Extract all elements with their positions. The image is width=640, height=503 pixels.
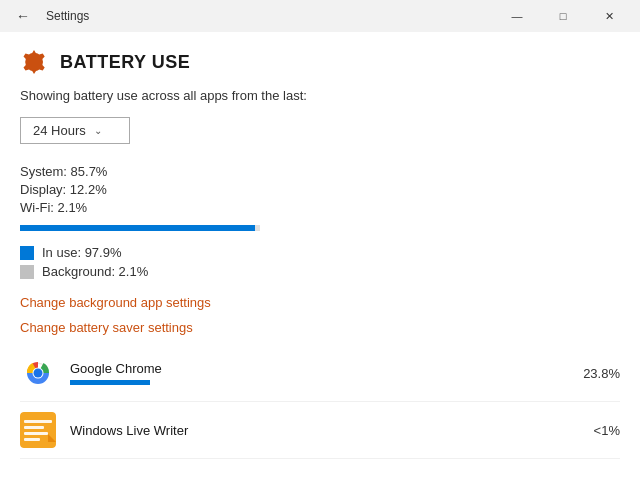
svg-rect-7 [24,432,48,435]
page-header: BATTERY USE [0,32,640,88]
battery-section: Showing battery use across all apps from… [0,88,640,335]
display-stat: Display: 12.2% [20,182,620,197]
background-label: Background: 2.1% [42,264,148,279]
change-background-apps-link[interactable]: Change background app settings [20,295,211,310]
main-panel: BATTERY USE Showing battery use across a… [0,32,640,503]
minimize-button[interactable]: — [494,0,540,32]
links-section: Change background app settings Change ba… [20,295,620,335]
svg-rect-5 [24,420,52,423]
progress-bar-fill [20,225,255,231]
list-item: Google Chrome 23.8% [20,345,620,402]
wlw-icon [20,412,56,448]
stats-block: System: 85.7% Display: 12.2% Wi-Fi: 2.1% [20,164,620,215]
wifi-stat: Wi-Fi: 2.1% [20,200,620,215]
app-info-chrome: Google Chrome [70,361,556,385]
change-battery-saver-link[interactable]: Change battery saver settings [20,320,193,335]
svg-rect-8 [24,438,40,441]
app-usage-percent: 23.8% [570,366,620,381]
app-icon-chrome [20,355,56,391]
maximize-button[interactable]: □ [540,0,586,32]
app-usage-bar [70,380,150,385]
title-bar-left: ← Settings [8,1,89,31]
page-title: BATTERY USE [60,52,190,73]
app-usage-percent: <1% [570,423,620,438]
app-info-wlw: Windows Live Writer [70,423,556,438]
background-row: Background: 2.1% [20,264,620,279]
svg-rect-6 [24,426,44,429]
back-button[interactable]: ← [8,1,38,31]
time-range-dropdown[interactable]: 24 Hours ⌄ [20,117,130,144]
title-bar-controls: — □ ✕ [494,0,632,32]
app-icon-wlw [20,412,56,448]
app-name: Google Chrome [70,361,556,376]
close-button[interactable]: ✕ [586,0,632,32]
content-area: BATTERY USE Showing battery use across a… [0,32,640,503]
in-use-label: In use: 97.9% [42,245,122,260]
app-name: Windows Live Writer [70,423,556,438]
showing-text: Showing battery use across all apps from… [20,88,620,103]
in-use-row: In use: 97.9% [20,245,620,260]
system-stat: System: 85.7% [20,164,620,179]
dropdown-value: 24 Hours [33,123,86,138]
window: ← Settings — □ ✕ BATTERY USE Showing bat… [0,0,640,503]
chevron-down-icon: ⌄ [94,125,102,136]
background-indicator [20,265,34,279]
total-progress-bar [20,225,260,231]
svg-rect-4 [20,412,56,448]
app-list: Google Chrome 23.8% [0,345,640,459]
title-bar: ← Settings — □ ✕ [0,0,640,32]
window-title: Settings [46,9,89,23]
gear-icon [20,48,48,76]
svg-point-3 [34,369,43,378]
chrome-icon [20,355,56,391]
list-item: Windows Live Writer <1% [20,402,620,459]
in-use-indicator [20,246,34,260]
